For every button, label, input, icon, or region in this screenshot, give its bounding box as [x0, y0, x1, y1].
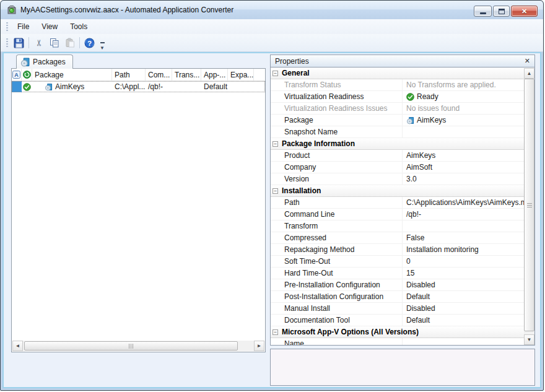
collapse-icon[interactable]: −	[272, 141, 278, 147]
collapse-icon[interactable]: −	[272, 71, 278, 76]
property-row[interactable]: Name	[271, 338, 524, 346]
property-value-text: 3.0	[406, 175, 417, 183]
property-value[interactable]	[402, 220, 524, 232]
properties-close-button[interactable]: ✕	[525, 58, 530, 64]
column-header-appv[interactable]: App-...	[201, 69, 228, 81]
property-value[interactable]: No Transforms are applied.	[402, 79, 524, 90]
property-value[interactable]: /qb!-	[402, 209, 524, 220]
property-value[interactable]: AimKeys	[402, 150, 524, 161]
property-value[interactable]: No issues found	[402, 103, 524, 114]
property-value[interactable]: AimKeys	[402, 115, 524, 126]
app-window: MyAACSettings.convwiz.aacx - Automated A…	[0, 0, 544, 391]
client-area: Packages A	[2, 52, 541, 388]
property-row[interactable]: Manual InstallDisabled	[271, 303, 524, 315]
collapse-icon[interactable]: −	[272, 329, 278, 335]
property-value[interactable]: Ready	[402, 91, 524, 102]
row-selector-cell[interactable]	[12, 81, 22, 92]
status-column-header[interactable]	[22, 69, 32, 81]
property-label: Pre-Installation Configuration	[281, 279, 402, 290]
row-gutter	[271, 103, 281, 114]
column-header-transform[interactable]: Trans...	[172, 69, 201, 81]
column-header-command[interactable]: Com...	[146, 69, 172, 81]
property-row[interactable]: Snapshot Name	[271, 126, 524, 138]
property-section-header[interactable]: −General	[271, 68, 524, 79]
property-value[interactable]: 0	[402, 256, 524, 267]
property-value[interactable]: 15	[402, 268, 524, 279]
property-row[interactable]: Post-Installation ConfigurationDefault	[271, 291, 524, 303]
row-gutter	[271, 162, 281, 173]
property-value-text: /qb!-	[406, 210, 421, 219]
property-row[interactable]: CompressedFalse	[271, 232, 524, 244]
collapse-icon[interactable]: −	[272, 188, 278, 194]
minimize-button[interactable]	[474, 6, 492, 17]
horizontal-scrollbar[interactable]: ◄ ►	[12, 341, 264, 351]
property-value-text: Installation monitoring	[406, 245, 479, 254]
column-header-package[interactable]: Package	[32, 69, 112, 81]
property-value-text: AimSoft	[406, 163, 432, 172]
property-value[interactable]: Disabled	[402, 303, 524, 314]
property-row[interactable]: Documentation ToolDefault	[271, 315, 524, 326]
row-gutter	[271, 279, 281, 290]
property-value[interactable]: Disabled	[402, 279, 524, 290]
property-row[interactable]: Transform	[271, 220, 524, 232]
property-value[interactable]: False	[402, 232, 524, 243]
property-row[interactable]: Hard Time-Out15	[271, 268, 524, 279]
property-value[interactable]: C:\Applications\AimKeys\AimKeys.msi	[402, 197, 524, 208]
property-value[interactable]: AimSoft	[402, 162, 524, 173]
property-value[interactable]: Default	[402, 315, 524, 326]
property-row[interactable]: ProductAimKeys	[271, 150, 524, 162]
column-header-path[interactable]: Path	[112, 69, 146, 81]
property-row[interactable]: Soft Time-Out0	[271, 256, 524, 268]
help-button[interactable]: ?	[82, 36, 97, 50]
property-section-header[interactable]: −Microsoft App-V Options (All Versions)	[271, 326, 524, 338]
close-x-icon: ✕	[521, 7, 527, 15]
scrollbar-thumb[interactable]	[24, 341, 238, 351]
property-value-text: 15	[406, 269, 414, 277]
property-row[interactable]: PathC:\Applications\AimKeys\AimKeys.msi	[271, 197, 524, 209]
property-row[interactable]: Command Line/qb!-	[271, 209, 524, 220]
maximize-button[interactable]	[493, 6, 510, 17]
property-value[interactable]: Default	[402, 291, 524, 302]
menu-view[interactable]: View	[35, 20, 64, 33]
titlebar[interactable]: MyAACSettings.convwiz.aacx - Automated A…	[1, 1, 543, 19]
property-row[interactable]: PackageAimKeys	[271, 115, 524, 126]
property-section-header[interactable]: −Installation	[271, 185, 524, 197]
scrollbar-thumb[interactable]	[524, 79, 534, 331]
package-row-aimkeys[interactable]: AimKeys C:\Appl... /qb!- Default	[12, 81, 265, 92]
toolbar-overflow-button[interactable]: ▼	[98, 35, 107, 51]
column-header-expand[interactable]: Expa...	[228, 69, 254, 81]
scroll-up-button[interactable]: ▲	[524, 68, 534, 79]
arrow-left-icon: ◄	[15, 343, 20, 349]
property-row[interactable]: CompanyAimSoft	[271, 162, 524, 173]
menu-file[interactable]: File	[11, 20, 35, 33]
package-command-cell: /qb!-	[146, 81, 172, 92]
property-row[interactable]: Virtualization ReadinessReady	[271, 91, 524, 103]
scrollbar-track[interactable]	[23, 341, 254, 351]
property-value[interactable]	[402, 338, 524, 346]
scroll-left-button[interactable]: ◄	[12, 341, 23, 351]
tab-packages[interactable]: Packages	[16, 54, 73, 69]
property-row[interactable]: Transform StatusNo Transforms are applie…	[271, 79, 524, 91]
info-column-header[interactable]: A	[12, 69, 22, 81]
thumb-grip-icon	[129, 344, 129, 349]
property-section-header[interactable]: −Package Information	[271, 138, 524, 150]
vertical-scrollbar[interactable]: ▲ ▼	[524, 68, 534, 345]
scroll-right-button[interactable]: ►	[254, 341, 264, 351]
property-row[interactable]: Pre-Installation ConfigurationDisabled	[271, 279, 524, 291]
minimize-icon	[480, 12, 486, 14]
section-title: Installation	[281, 185, 321, 196]
property-row[interactable]: Repackaging MethodInstallation monitorin…	[271, 244, 524, 256]
close-button[interactable]: ✕	[511, 6, 538, 17]
property-value[interactable]	[402, 126, 524, 137]
paste-button[interactable]	[62, 36, 77, 50]
property-value[interactable]: Installation monitoring	[402, 244, 524, 255]
property-row[interactable]: Version3.0	[271, 173, 524, 185]
save-button[interactable]	[11, 36, 27, 50]
property-row[interactable]: Virtualization Readiness IssuesNo issues…	[271, 103, 524, 115]
property-value[interactable]: 3.0	[402, 173, 524, 185]
scroll-down-button[interactable]: ▼	[524, 334, 534, 345]
cut-button[interactable]: ✂	[31, 36, 46, 50]
menu-tools[interactable]: Tools	[64, 20, 94, 33]
copy-button[interactable]	[46, 36, 62, 50]
property-label: Hard Time-Out	[281, 268, 402, 279]
